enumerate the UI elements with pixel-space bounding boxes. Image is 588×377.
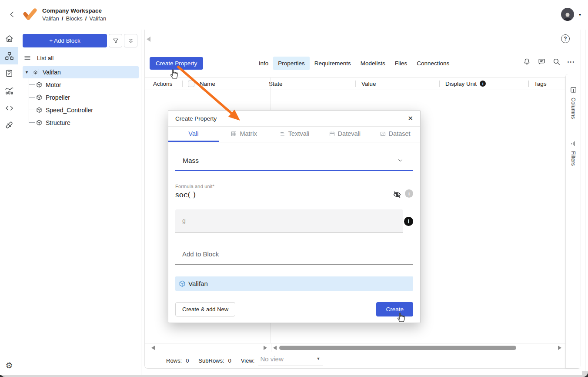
- scroll-right-arrow[interactable]: [558, 346, 561, 350]
- column-header-name[interactable]: Name: [200, 81, 215, 87]
- search-icon[interactable]: [552, 57, 561, 66]
- tree-item-motor[interactable]: Motor: [36, 78, 61, 91]
- scroll-left-arrow[interactable]: [273, 346, 277, 350]
- user-menu[interactable]: ▾: [561, 8, 581, 21]
- caret-down-icon[interactable]: ▾: [579, 12, 581, 17]
- tab-datevali[interactable]: Datevali: [319, 127, 370, 142]
- overflow-menu-icon[interactable]: •••: [567, 59, 575, 64]
- valispace-logo: [23, 7, 37, 22]
- tree-item-label: Structure: [46, 119, 70, 126]
- visibility-off-icon[interactable]: [393, 190, 401, 199]
- tab-connections[interactable]: Connections: [412, 57, 454, 70]
- workspace-titles: Company Workspace Valifan / Blocks / Val…: [42, 7, 106, 22]
- panel-collapse-handle[interactable]: [147, 37, 150, 42]
- column-header-value[interactable]: Value: [355, 81, 439, 87]
- column-label: Tags: [534, 81, 547, 87]
- back-button[interactable]: [7, 9, 17, 20]
- table-status-bar: Rows: 0 SubRows: 0 View: No view ▼: [145, 352, 565, 369]
- filter-lines-icon: [570, 140, 577, 147]
- close-icon[interactable]: ✕: [408, 114, 413, 122]
- view-selected-value: No view: [260, 355, 283, 363]
- add-to-block-field[interactable]: Add to Block: [175, 250, 413, 265]
- unit-field-box: [175, 209, 403, 232]
- tree-filter-button[interactable]: [109, 34, 122, 47]
- tree-item-speed-controller[interactable]: Speed_Controller: [36, 104, 93, 116]
- table-header-scroll: State Value Display Unit i Tags: [269, 81, 565, 87]
- unit-info-icon[interactable]: i: [404, 217, 413, 226]
- column-header-state[interactable]: State: [269, 81, 355, 87]
- tree-guide-stub: [29, 97, 35, 98]
- tab-modelists[interactable]: Modelists: [356, 57, 390, 70]
- tree-item-propeller[interactable]: Propeller: [36, 91, 70, 104]
- tab-vali[interactable]: Vali: [168, 127, 219, 142]
- nav-testing[interactable]: [0, 117, 18, 134]
- create-button[interactable]: Create: [376, 302, 413, 316]
- help-icon[interactable]: ?: [561, 34, 570, 43]
- scrollbar-thumb[interactable]: [279, 346, 516, 350]
- column-label: Display Unit: [445, 81, 477, 87]
- view-selector[interactable]: No view ▼: [258, 355, 323, 366]
- breadcrumb-item[interactable]: Blocks: [66, 15, 82, 22]
- breadcrumb-item[interactable]: Valifan: [89, 15, 106, 22]
- comments-icon[interactable]: [538, 57, 546, 66]
- formula-info-icon[interactable]: i: [405, 189, 413, 198]
- frozen-scrollbar[interactable]: [150, 343, 269, 352]
- unit-input[interactable]: [175, 209, 403, 232]
- list-all-toggle[interactable]: List all: [23, 54, 53, 62]
- tree-collapse-all-button[interactable]: [124, 34, 137, 47]
- tab-matrix[interactable]: Matrix: [219, 127, 269, 142]
- cube-icon: [178, 280, 186, 288]
- create-and-add-new-button[interactable]: Create & add New: [175, 302, 235, 316]
- modal-footer: Create & add New Create: [175, 302, 413, 316]
- display-unit-info-icon[interactable]: i: [480, 81, 486, 87]
- app-window: Company Workspace Valifan / Blocks / Val…: [0, 0, 588, 377]
- left-icon-rail: ⚙: [0, 30, 18, 375]
- create-property-button[interactable]: Create Property: [150, 57, 203, 70]
- columns-panel-toggle[interactable]: Columns: [566, 86, 581, 119]
- scroll-right-arrow[interactable]: [264, 346, 267, 350]
- tab-dataset[interactable]: Dataset: [370, 127, 420, 142]
- tree-item-structure[interactable]: Structure: [36, 116, 70, 129]
- cube-icon: [36, 94, 43, 101]
- list-all-label: List all: [37, 55, 53, 61]
- window-right-edge: [585, 30, 585, 375]
- funnel-icon: [112, 37, 119, 44]
- breadcrumb-item[interactable]: Valifan: [42, 15, 59, 22]
- tab-files[interactable]: Files: [390, 57, 412, 70]
- formula-input[interactable]: [175, 189, 393, 200]
- toolbar-icons: •••: [523, 57, 575, 66]
- column-header-actions[interactable]: Actions: [153, 81, 182, 87]
- nav-blocks[interactable]: [0, 47, 18, 64]
- dataset-chart-icon: [380, 131, 386, 137]
- horizontal-scrollbar[interactable]: [271, 343, 563, 352]
- nav-requirements[interactable]: [0, 64, 18, 82]
- nav-scripting[interactable]: [0, 99, 18, 117]
- tab-properties[interactable]: Properties: [273, 57, 310, 70]
- selected-block-chip[interactable]: Valifan: [175, 276, 413, 291]
- user-avatar[interactable]: [561, 8, 574, 21]
- column-divider: [355, 81, 356, 87]
- tree-item-valifan-root[interactable]: ▼ Valifan: [23, 66, 139, 78]
- select-all-checkbox[interactable]: [188, 81, 194, 87]
- nav-home[interactable]: [0, 30, 18, 47]
- tab-textvali[interactable]: Textvali: [269, 127, 320, 142]
- caret-down-icon: ▼: [316, 357, 320, 361]
- column-label: Value: [361, 81, 376, 87]
- tree-expand-caret[interactable]: ▼: [25, 70, 30, 74]
- tab-info[interactable]: Info: [254, 57, 274, 70]
- tab-requirements[interactable]: Requirements: [310, 57, 356, 70]
- tree-guide-stub: [29, 84, 35, 85]
- column-header-tags[interactable]: Tags: [528, 81, 565, 87]
- settings-gear-icon[interactable]: ⚙: [0, 357, 18, 373]
- property-type-select[interactable]: Mass: [175, 151, 413, 171]
- nav-analyses[interactable]: [0, 82, 18, 99]
- add-block-button[interactable]: + Add Block: [23, 34, 107, 47]
- hamburger-icon: [23, 54, 31, 62]
- filters-panel-toggle[interactable]: Filters: [566, 140, 581, 166]
- tree-guide-stub: [29, 122, 35, 123]
- tree-item-label: Propeller: [46, 94, 70, 101]
- notifications-bell-icon[interactable]: [523, 57, 531, 66]
- tree-item-label: Motor: [46, 81, 61, 88]
- column-header-display-unit[interactable]: Display Unit i: [439, 81, 528, 87]
- scroll-left-arrow[interactable]: [151, 346, 155, 350]
